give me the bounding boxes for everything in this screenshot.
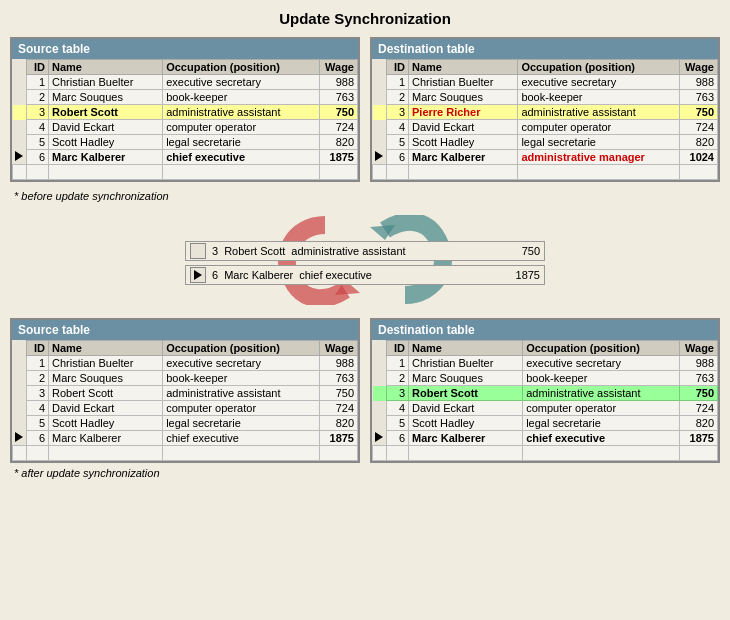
row-arrow-cell xyxy=(373,371,387,386)
col-wage: Wage xyxy=(320,341,358,356)
row-name: Scott Hadley xyxy=(49,416,163,431)
dest-table-after-grid: ID Name Occupation (position) Wage 1Chri… xyxy=(372,340,718,461)
row-name: Marc Kalberer xyxy=(49,431,163,446)
col-name: Name xyxy=(49,341,163,356)
row-arrow-cell xyxy=(373,135,387,150)
sync-row-1: 3 Robert Scott administrative assistant … xyxy=(185,241,545,261)
table-row: 3Robert Scottadministrative assistant750 xyxy=(373,386,718,401)
row-wage: 763 xyxy=(680,371,718,386)
row-occupation: legal secretarie xyxy=(518,135,680,150)
col-occupation: Occupation (position) xyxy=(163,60,320,75)
row-id: 3 xyxy=(387,386,409,401)
row-occupation: book-keeper xyxy=(163,90,320,105)
col-wage: Wage xyxy=(680,341,718,356)
row-occupation: administrative assistant xyxy=(518,105,680,120)
row-name: Robert Scott xyxy=(409,386,523,401)
row-occupation: administrative assistant xyxy=(523,386,680,401)
row-arrow-cell xyxy=(13,401,27,416)
row-arrow-cell xyxy=(13,356,27,371)
bottom-section: Source table ID Name Occupation (positio… xyxy=(10,318,720,463)
row-name: David Eckart xyxy=(409,401,523,416)
row-name: Pierre Richer xyxy=(409,105,518,120)
row-wage: 763 xyxy=(320,90,358,105)
row-name: Scott Hadley xyxy=(409,135,518,150)
row-wage: 763 xyxy=(680,90,718,105)
row-id: 6 xyxy=(387,431,409,446)
row-arrow-cell xyxy=(13,75,27,90)
col-occupation: Occupation (position) xyxy=(163,341,320,356)
row-id: 4 xyxy=(27,401,49,416)
row-name: Scott Hadley xyxy=(409,416,523,431)
row-wage: 988 xyxy=(320,75,358,90)
row-id: 5 xyxy=(27,135,49,150)
current-row-icon xyxy=(15,151,23,161)
row-wage: 1875 xyxy=(680,431,718,446)
row-id: 6 xyxy=(27,431,49,446)
row-arrow-cell xyxy=(373,90,387,105)
sync-records: 3 Robert Scott administrative assistant … xyxy=(185,241,545,285)
row-arrow-cell xyxy=(13,431,27,446)
table-row: 1Christian Buelterexecutive secretary988 xyxy=(373,75,718,90)
row-id: 3 xyxy=(387,105,409,120)
sync-name-1: Robert Scott xyxy=(224,245,285,257)
top-section: Source table ID Name Occupation (positio… xyxy=(10,37,720,182)
table-row: 6Marc Kalbererchief executive1875 xyxy=(13,150,358,165)
sync-name-2: Marc Kalberer xyxy=(224,269,293,281)
empty-row xyxy=(13,446,358,461)
table-row: 6Marc Kalbererchief executive1875 xyxy=(13,431,358,446)
dest-table-after: Destination table ID Name Occupation (po… xyxy=(370,318,720,463)
col-occupation: Occupation (position) xyxy=(523,341,680,356)
table-row: 2Marc Souquesbook-keeper763 xyxy=(373,371,718,386)
current-row-icon xyxy=(15,432,23,442)
sync-occ-2: chief executive xyxy=(299,269,509,281)
row-name: Marc Souques xyxy=(409,90,518,105)
col-name: Name xyxy=(49,60,163,75)
row-wage: 750 xyxy=(320,105,358,120)
row-occupation: computer operator xyxy=(163,401,320,416)
row-arrow-cell xyxy=(13,105,27,120)
row-name: Scott Hadley xyxy=(49,135,163,150)
row-occupation: executive secretary xyxy=(518,75,680,90)
table-row: 4David Eckartcomputer operator724 xyxy=(13,401,358,416)
table-row: 1Christian Buelterexecutive secretary988 xyxy=(13,75,358,90)
current-row-icon xyxy=(375,151,383,161)
row-name: David Eckart xyxy=(49,401,163,416)
row-arrow-cell xyxy=(373,120,387,135)
row-id: 1 xyxy=(387,356,409,371)
row-id: 5 xyxy=(387,416,409,431)
table-row: 5Scott Hadleylegal secretarie820 xyxy=(13,416,358,431)
table-row: 2Marc Souquesbook-keeper763 xyxy=(373,90,718,105)
row-arrow-cell xyxy=(13,135,27,150)
row-wage: 820 xyxy=(680,416,718,431)
row-occupation: book-keeper xyxy=(518,90,680,105)
row-arrow-cell xyxy=(13,120,27,135)
current-arrow-icon xyxy=(194,270,202,280)
row-name: Marc Souques xyxy=(49,90,163,105)
row-occupation: chief executive xyxy=(163,431,320,446)
row-occupation: administrative manager xyxy=(518,150,680,165)
row-name: Marc Kalberer xyxy=(49,150,163,165)
row-name: Marc Souques xyxy=(409,371,523,386)
table-row: 1Christian Buelterexecutive secretary988 xyxy=(373,356,718,371)
row-arrow-cell xyxy=(13,150,27,165)
row-occupation: legal secretarie xyxy=(523,416,680,431)
row-arrow-cell xyxy=(373,356,387,371)
row-wage: 1875 xyxy=(320,150,358,165)
row-arrow-cell xyxy=(373,416,387,431)
row-name: Marc Souques xyxy=(49,371,163,386)
row-wage: 750 xyxy=(320,386,358,401)
row-wage: 724 xyxy=(680,120,718,135)
row-occupation: computer operator xyxy=(163,120,320,135)
col-id: ID xyxy=(27,60,49,75)
row-id: 2 xyxy=(27,371,49,386)
row-id: 6 xyxy=(387,150,409,165)
row-occupation: computer operator xyxy=(523,401,680,416)
row-wage: 988 xyxy=(680,356,718,371)
row-occupation: administrative assistant xyxy=(163,105,320,120)
row-id: 1 xyxy=(27,75,49,90)
row-wage: 763 xyxy=(320,371,358,386)
sync-arrow-box-1 xyxy=(190,243,206,259)
source-table-after-header: Source table xyxy=(12,320,358,340)
row-wage: 750 xyxy=(680,386,718,401)
row-id: 4 xyxy=(387,401,409,416)
